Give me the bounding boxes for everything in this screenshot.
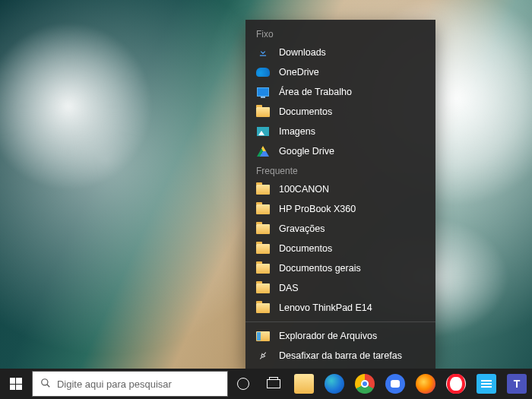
notes-icon xyxy=(477,374,496,394)
onedrive-icon xyxy=(256,66,270,78)
jumplist-item-100canon[interactable]: 100CANON xyxy=(245,179,435,199)
folder-icon xyxy=(256,262,270,274)
jumplist-item-hp-probook[interactable]: HP ProBook X360 xyxy=(245,199,435,219)
jumplist-item-google-drive[interactable]: Google Drive xyxy=(245,141,435,161)
folder-icon xyxy=(256,106,270,118)
taskbar-app-chrome[interactable] xyxy=(350,369,380,399)
jumplist-item-label: Gravações xyxy=(279,223,325,234)
jumplist-item-label: 100CANON xyxy=(279,184,329,195)
taskbar-app-edge[interactable] xyxy=(319,369,350,399)
folder-icon xyxy=(256,203,270,215)
jumplist-item-desktop[interactable]: Área de Trabalho xyxy=(245,82,435,102)
jumplist-open-file-explorer[interactable]: Explorador de Arquivos xyxy=(245,326,435,346)
folder-icon xyxy=(256,302,270,314)
firefox-icon xyxy=(416,374,435,394)
jumplist-unpin-taskbar[interactable]: Desafixar da barra de tarefas xyxy=(245,346,435,366)
jumplist-item-label: Google Drive xyxy=(279,146,334,157)
gdrive-icon xyxy=(256,145,270,157)
images-icon xyxy=(256,125,270,138)
jumplist-item-label: Desafixar da barra de tarefas xyxy=(279,350,402,361)
folder-icon xyxy=(256,242,270,255)
jumplist-item-lenovo-thinkpad[interactable]: Lenovo ThinkPad E14 xyxy=(245,298,435,318)
jumplist-item-documentos-gerais[interactable]: Documentos gerais xyxy=(245,258,435,278)
jumplist-item-label: Área de Trabalho xyxy=(279,87,352,97)
jumplist-item-label: Lenovo ThinkPad E14 xyxy=(279,302,372,313)
jumplist-pinned-header: Fixo xyxy=(245,24,435,43)
file-explorer-icon xyxy=(294,374,314,394)
jumplist-item-label: Explorador de Arquivos xyxy=(279,331,377,341)
start-button[interactable] xyxy=(0,369,32,399)
folder-icon xyxy=(256,183,270,195)
svg-point-0 xyxy=(42,378,48,385)
file-explorer-jumplist: Fixo Downloads OneDrive Área de Trabalho… xyxy=(245,20,435,369)
jumplist-item-downloads[interactable]: Downloads xyxy=(245,43,435,62)
teams-icon: T xyxy=(507,374,527,394)
jumplist-item-das[interactable]: DAS xyxy=(245,278,435,298)
taskbar-app-signal[interactable] xyxy=(380,369,410,399)
jumplist-item-documents[interactable]: Documentos xyxy=(245,102,435,122)
edge-icon xyxy=(325,374,344,394)
taskview-icon xyxy=(267,379,280,388)
jumplist-item-gravacoes[interactable]: Gravações xyxy=(245,219,435,239)
taskbar-app-teams[interactable]: T xyxy=(502,369,532,399)
jumplist-item-label: Documentos gerais xyxy=(279,263,361,274)
jumplist-item-label: OneDrive xyxy=(279,67,319,78)
download-icon xyxy=(256,46,270,59)
jumplist-item-documentos[interactable]: Documentos xyxy=(245,239,435,258)
taskbar: Digite aqui para pesquisar T xyxy=(0,369,532,399)
jumplist-item-onedrive[interactable]: OneDrive xyxy=(245,62,435,82)
taskbar-app-opera[interactable] xyxy=(441,369,471,399)
search-icon xyxy=(40,378,51,391)
opera-icon xyxy=(446,374,466,394)
jumplist-item-label: HP ProBook X360 xyxy=(279,204,356,214)
taskbar-app-file-explorer[interactable] xyxy=(289,369,319,399)
unpin-icon xyxy=(256,350,270,362)
taskbar-app-notes[interactable] xyxy=(471,369,502,399)
jumplist-item-label: Imagens xyxy=(279,126,315,137)
jumplist-frequent-header: Frequente xyxy=(245,161,435,179)
taskbar-apps: T xyxy=(228,369,532,399)
desktop-icon xyxy=(256,86,270,98)
jumplist-item-label: Documentos xyxy=(279,106,332,117)
circle-icon xyxy=(237,378,249,390)
jumplist-item-images[interactable]: Imagens xyxy=(245,122,435,141)
jumplist-item-label: DAS xyxy=(279,283,299,293)
task-view-button[interactable] xyxy=(258,369,289,399)
chrome-icon xyxy=(355,374,375,394)
taskbar-app-firefox[interactable] xyxy=(410,369,441,399)
jumplist-item-label: Documentos xyxy=(279,243,332,254)
folder-icon xyxy=(256,282,270,294)
search-box[interactable]: Digite aqui para pesquisar xyxy=(32,371,228,397)
signal-icon xyxy=(385,374,405,394)
windows-logo-icon xyxy=(10,378,22,390)
jumplist-item-label: Downloads xyxy=(279,47,326,58)
file-explorer-icon xyxy=(256,330,270,342)
svg-line-1 xyxy=(47,384,50,387)
separator xyxy=(245,321,435,322)
folder-icon xyxy=(256,223,270,235)
search-placeholder: Digite aqui para pesquisar xyxy=(57,378,172,390)
cortana-button[interactable] xyxy=(228,369,258,399)
